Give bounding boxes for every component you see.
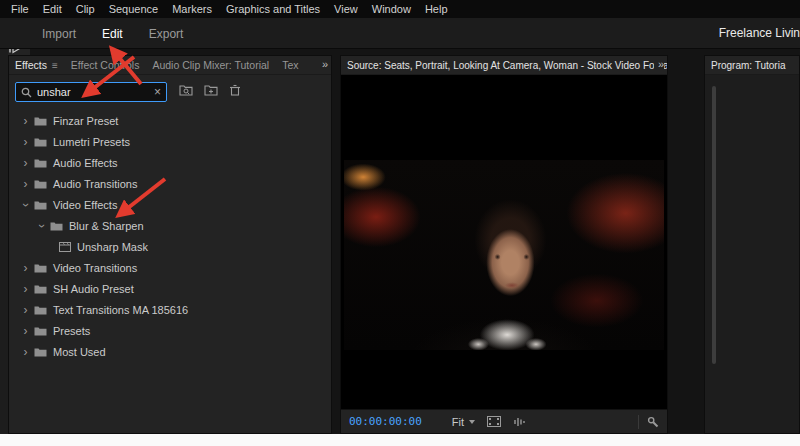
- source-monitor-panel: Source: Seats, Portrait, Looking At Came…: [340, 55, 668, 434]
- bin-icon: [34, 347, 47, 357]
- tree-item-label: Most Used: [53, 346, 106, 358]
- source-monitor-title[interactable]: Source: Seats, Portrait, Looking At Came…: [347, 60, 667, 71]
- tree-item-presets[interactable]: Presets: [9, 320, 331, 341]
- tree-item-label: Lumetri Presets: [53, 136, 130, 148]
- chevron-right-icon[interactable]: [19, 303, 32, 317]
- menu-item-graphics-and-titles[interactable]: Graphics and Titles: [219, 0, 327, 18]
- workspace-tab-export[interactable]: Export: [149, 27, 184, 41]
- chevron-right-icon[interactable]: [19, 114, 32, 128]
- bin-icon: [34, 116, 47, 126]
- drag-audio-icon[interactable]: [513, 416, 526, 427]
- workspace-tab-edit[interactable]: Edit: [102, 27, 123, 41]
- tree-item-audio-effects[interactable]: Audio Effects: [9, 152, 331, 173]
- tree-item-lumetri-presets[interactable]: Lumetri Presets: [9, 131, 331, 152]
- effect-icon: [59, 242, 71, 252]
- effects-tree: Finzar Preset Lumetri Presets Audio Effe…: [9, 110, 331, 362]
- bin-icon: [34, 284, 47, 294]
- tree-item-video-effects[interactable]: Video Effects: [9, 194, 331, 215]
- bin-icon: [34, 200, 47, 210]
- tree-item-video-transitions[interactable]: Video Transitions: [9, 257, 331, 278]
- tree-item-blur-sharpen[interactable]: Blur & Sharpen: [9, 215, 331, 236]
- divider: [638, 415, 639, 429]
- chevron-down-icon[interactable]: [19, 198, 32, 212]
- bin-icon: [34, 137, 47, 147]
- bin-toolbar: [179, 84, 241, 96]
- settings-wrench-icon[interactable]: [647, 416, 659, 428]
- effects-panel-tabs: Effects ≡ Effect Controls Audio Clip Mix…: [9, 56, 331, 75]
- left-gutter: [0, 49, 8, 434]
- tree-item-label: Audio Effects: [53, 157, 118, 169]
- bin-icon: [34, 263, 47, 273]
- menu-item-markers[interactable]: Markers: [165, 0, 219, 18]
- tab-effects[interactable]: Effects: [15, 59, 47, 71]
- screenshot-bottom-margin: [0, 434, 800, 446]
- zoom-level-select[interactable]: Fit: [452, 416, 475, 428]
- panel-overflow-icon[interactable]: »: [654, 58, 664, 70]
- effects-panel: Effects ≡ Effect Controls Audio Clip Mix…: [8, 55, 332, 434]
- scrollbar[interactable]: [712, 86, 716, 364]
- menu-item-sequence[interactable]: Sequence: [102, 0, 166, 18]
- tree-item-label: SH Audio Preset: [53, 283, 134, 295]
- tree-item-label: Blur & Sharpen: [69, 220, 144, 232]
- effects-search: ×: [15, 82, 167, 102]
- bin-icon: [34, 305, 47, 315]
- chevron-right-icon[interactable]: [19, 345, 32, 359]
- menu-item-clip[interactable]: Clip: [69, 0, 102, 18]
- chevron-right-icon[interactable]: [19, 282, 32, 296]
- tree-item-label: Unsharp Mask: [77, 241, 148, 253]
- workspace-bar: Import Edit Export Freelance Livin: [0, 18, 800, 49]
- search-input[interactable]: [37, 86, 149, 98]
- tab-effect-controls[interactable]: Effect Controls: [71, 59, 140, 71]
- tree-item-label: Audio Transitions: [53, 178, 137, 190]
- video-preview[interactable]: [344, 160, 664, 350]
- delete-bin-icon[interactable]: [229, 84, 241, 96]
- panel-menu-icon[interactable]: ≡: [52, 60, 58, 71]
- source-controls: 00:00:00:00 Fit: [341, 409, 667, 433]
- tree-item-label: Finzar Preset: [53, 115, 118, 127]
- find-bin-icon[interactable]: [179, 84, 194, 96]
- chevron-right-icon[interactable]: [19, 156, 32, 170]
- bin-icon: [50, 221, 63, 231]
- panel-overflow-icon[interactable]: »: [318, 58, 328, 70]
- drag-video-icon[interactable]: [487, 416, 501, 427]
- tree-item-unsharp-mask[interactable]: Unsharp Mask: [9, 236, 331, 257]
- search-icon: [21, 87, 32, 98]
- tree-item-label: Video Transitions: [53, 262, 137, 274]
- bin-icon: [34, 179, 47, 189]
- program-monitor-title[interactable]: Program: Tutoria: [711, 60, 785, 71]
- menu-item-help[interactable]: Help: [418, 0, 455, 18]
- project-title: Freelance Livin: [719, 18, 800, 49]
- menu-item-edit[interactable]: Edit: [36, 0, 69, 18]
- menu-bar: File Edit Clip Sequence Markers Graphics…: [0, 0, 800, 18]
- zoom-level-value: Fit: [452, 416, 464, 428]
- bin-icon: [34, 158, 47, 168]
- tree-item-label: Video Effects: [53, 199, 117, 211]
- tree-item-text-transitions[interactable]: Text Transitions MA 185616: [9, 299, 331, 320]
- chevron-down-icon[interactable]: [35, 219, 48, 233]
- current-timecode[interactable]: 00:00:00:00: [349, 415, 422, 428]
- tree-item-label: Text Transitions MA 185616: [53, 304, 188, 316]
- chevron-right-icon[interactable]: [19, 324, 32, 338]
- menu-item-view[interactable]: View: [327, 0, 365, 18]
- workspace-tab-import[interactable]: Import: [42, 27, 76, 41]
- chevron-down-icon: [469, 420, 475, 424]
- tree-item-finzar-preset[interactable]: Finzar Preset: [9, 110, 331, 131]
- menu-item-window[interactable]: Window: [365, 0, 418, 18]
- program-monitor-panel: Program: Tutoria: [704, 55, 800, 434]
- tab-text[interactable]: Tex: [282, 59, 298, 71]
- menu-item-file[interactable]: File: [4, 0, 36, 18]
- tree-item-sh-audio-preset[interactable]: SH Audio Preset: [9, 278, 331, 299]
- tree-item-label: Presets: [53, 325, 90, 337]
- new-custom-bin-icon[interactable]: [204, 84, 219, 96]
- tree-item-audio-transitions[interactable]: Audio Transitions: [9, 173, 331, 194]
- chevron-right-icon[interactable]: [19, 177, 32, 191]
- clear-search-icon[interactable]: ×: [154, 85, 161, 99]
- tree-item-most-used[interactable]: Most Used: [9, 341, 331, 362]
- source-video-area: [341, 75, 667, 409]
- chevron-right-icon[interactable]: [19, 261, 32, 275]
- chevron-right-icon[interactable]: [19, 135, 32, 149]
- bin-icon: [34, 326, 47, 336]
- tab-audio-clip-mixer[interactable]: Audio Clip Mixer: Tutorial: [152, 59, 269, 71]
